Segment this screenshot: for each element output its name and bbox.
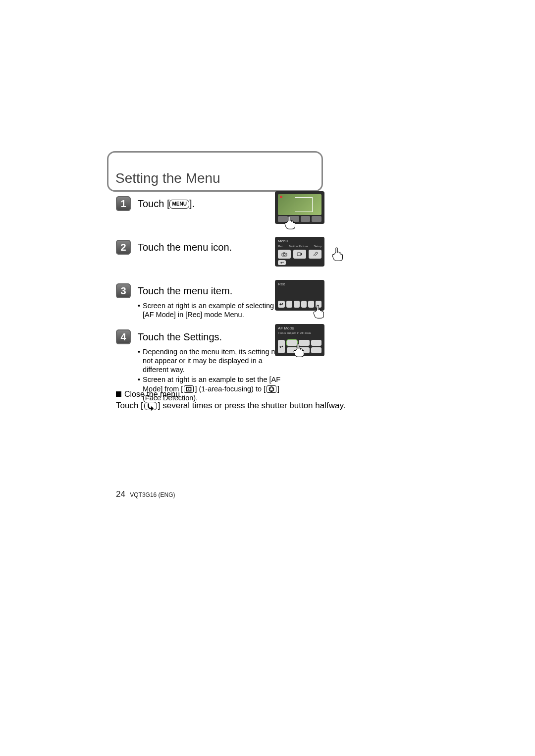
step-1-text-pre: Touch [ — [138, 198, 169, 209]
step-number-badge: 3 — [116, 283, 131, 298]
preview-screenshot-2: Menu Rec Motion Picture Setup ↩ — [275, 237, 324, 267]
shot2-tab-motion: Motion Picture — [289, 245, 308, 248]
step-1-title: Touch [MENU]. — [138, 198, 195, 210]
manual-page: Setting the Menu 1 Touch [MENU]. 2 Touch… — [0, 0, 535, 756]
menu-option-icon — [301, 301, 307, 308]
svg-rect-7 — [283, 253, 285, 254]
step-4-bullet-1: Depending on the menu item, its setting … — [138, 347, 286, 374]
step-3-title: Touch the menu item. — [138, 285, 232, 297]
svg-point-6 — [283, 254, 285, 256]
doc-code: VQT3G16 (ENG) — [130, 491, 175, 498]
camera-icon — [278, 250, 291, 259]
back-icon: ↩ — [278, 260, 286, 265]
touch-hand-icon — [311, 302, 328, 319]
video-icon — [293, 250, 306, 259]
menu-option-icon — [286, 301, 292, 308]
step-1: 1 Touch [MENU]. — [116, 196, 195, 211]
page-number: 24 — [116, 489, 125, 499]
af-option-icon — [311, 347, 321, 353]
shot2-tab-setup: Setup — [314, 245, 321, 248]
back-icon: ↩ — [278, 301, 285, 308]
close-heading-text: Close the menu — [124, 390, 180, 398]
close-body-post: ] several times or press the shutter but… — [158, 401, 346, 410]
page-footer: 24 VQT3G16 (ENG) — [116, 489, 175, 499]
svg-point-4 — [272, 388, 273, 389]
bullet-square-icon — [116, 391, 121, 397]
section-title: Setting the Menu — [115, 170, 220, 186]
shot3-header: Rec — [278, 282, 285, 286]
step-number-badge: 1 — [116, 196, 131, 211]
menu-button-icon: MENU — [169, 200, 189, 209]
close-body-pre: Touch [ — [116, 401, 143, 410]
step-4-title: Touch the Settings. — [138, 331, 222, 343]
shot2-tab-rec: Rec — [278, 245, 283, 248]
touch-hand-icon — [330, 245, 347, 262]
back-icon: ↩ — [278, 340, 285, 353]
close-menu-section: Close the menu Touch [] several times or… — [116, 390, 364, 411]
touch-hand-icon — [291, 341, 308, 358]
step-2-title: Touch the menu icon. — [138, 242, 232, 253]
svg-rect-8 — [297, 253, 301, 256]
step-3-notes: Screen at right is an example of selecti… — [138, 301, 286, 319]
step-3: 3 Touch the menu item. Screen at right i… — [116, 283, 286, 320]
step-1-text-post: ]. — [189, 198, 195, 209]
section-title-frame: Setting the Menu — [107, 151, 323, 192]
close-menu-heading: Close the menu — [116, 390, 364, 399]
step-number-badge: 4 — [116, 329, 131, 344]
af-option-icon — [311, 340, 321, 346]
shot4-header: AF Mode — [278, 326, 321, 330]
menu-option-icon — [294, 301, 300, 308]
shot2-header: Menu — [278, 239, 321, 243]
close-menu-body: Touch [] several times or press the shut… — [116, 401, 364, 411]
back-button-icon — [144, 402, 157, 410]
shot4-sub: Focus subject in AF area — [278, 331, 321, 334]
step-3-bullet: Screen at right is an example of selecti… — [138, 301, 286, 319]
step-number-badge: 2 — [116, 240, 131, 255]
svg-point-3 — [270, 388, 271, 389]
wrench-icon — [309, 250, 321, 259]
touch-hand-icon — [282, 213, 299, 230]
step-2: 2 Touch the menu icon. — [116, 240, 232, 255]
